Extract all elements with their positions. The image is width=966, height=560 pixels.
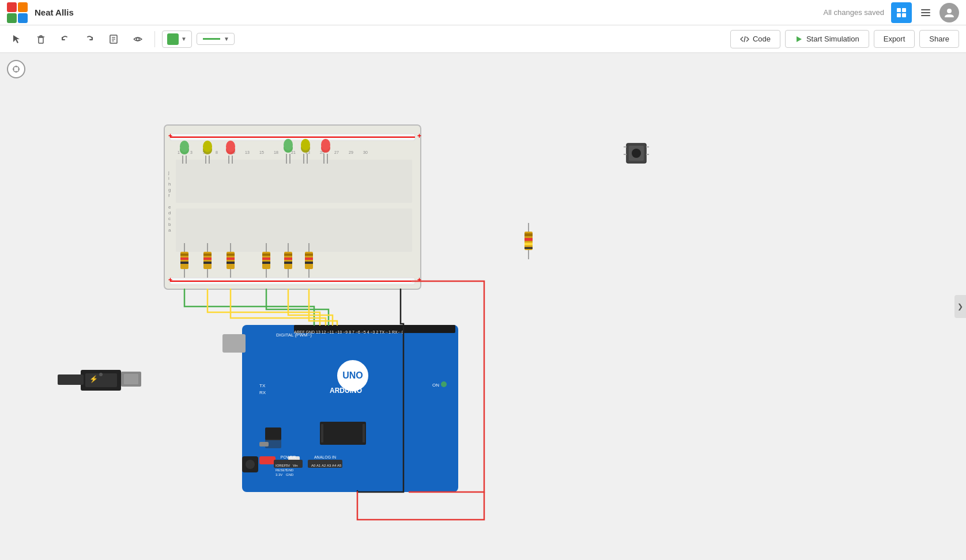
rx-label: RX bbox=[259, 390, 266, 395]
svg-text:1: 1 bbox=[178, 150, 180, 154]
tinkercad-logo[interactable] bbox=[7, 2, 28, 23]
svg-rect-104 bbox=[262, 253, 270, 256]
svg-rect-109 bbox=[284, 252, 292, 269]
share-label: Share bbox=[929, 35, 949, 43]
svg-rect-26 bbox=[170, 134, 415, 141]
svg-rect-25 bbox=[164, 125, 421, 289]
svg-rect-149 bbox=[308, 460, 342, 468]
share-button[interactable]: Share bbox=[919, 30, 959, 48]
svg-rect-118 bbox=[305, 262, 313, 264]
svg-rect-105 bbox=[262, 258, 270, 260]
svg-rect-59 bbox=[176, 209, 412, 252]
led-yellow-2[interactable] bbox=[301, 139, 310, 164]
svg-text:27: 27 bbox=[334, 150, 339, 154]
a1-label: A1 bbox=[316, 464, 321, 467]
grid-icon bbox=[896, 7, 907, 18]
svg-rect-146 bbox=[265, 439, 281, 448]
tactile-button[interactable] bbox=[624, 143, 649, 163]
export-button[interactable]: Export bbox=[874, 30, 915, 48]
svg-point-76 bbox=[301, 143, 310, 153]
code-button[interactable]: Code bbox=[730, 30, 780, 48]
avatar-icon bbox=[944, 7, 955, 18]
ioref-label: IOREF bbox=[276, 464, 286, 467]
svg-rect-135 bbox=[222, 334, 246, 353]
center-view-button[interactable] bbox=[7, 60, 25, 78]
breadboard-component[interactable]: + + + + j i h g f e d c b a 1 3 5 8 10 1… bbox=[164, 125, 421, 289]
arduino-uno[interactable]: DIGITAL (PWM~) UNO ARDUINO TX RX ON bbox=[222, 325, 458, 492]
reset-label: RESET bbox=[276, 468, 287, 472]
logo-i bbox=[18, 2, 28, 12]
led-green-2[interactable] bbox=[284, 139, 293, 164]
digital-pins-header: AREF GND 13 12 ~11 ~10 ~9 8 7 ~6 ~5 4 ~3… bbox=[294, 330, 404, 334]
led-red-1[interactable] bbox=[226, 141, 235, 164]
svg-rect-148 bbox=[274, 460, 303, 468]
svg-rect-120 bbox=[627, 143, 646, 163]
svg-text:g: g bbox=[168, 187, 171, 192]
notes-tool[interactable] bbox=[104, 29, 123, 49]
svg-rect-155 bbox=[121, 372, 141, 387]
view-tool[interactable] bbox=[128, 29, 148, 49]
svg-rect-142 bbox=[320, 422, 366, 445]
svg-text:8: 8 bbox=[216, 150, 218, 154]
logo-t bbox=[7, 2, 17, 12]
svg-rect-3 bbox=[902, 13, 906, 17]
delete-tool[interactable] bbox=[31, 29, 51, 49]
svg-rect-91 bbox=[203, 252, 212, 269]
collapse-icon: ❯ bbox=[957, 302, 963, 311]
svg-text:13: 13 bbox=[245, 150, 250, 154]
svg-point-72 bbox=[284, 143, 293, 153]
svg-rect-106 bbox=[262, 262, 270, 264]
a5-label: A5 bbox=[337, 464, 342, 467]
resistor-6[interactable] bbox=[305, 243, 313, 278]
start-simulation-button[interactable]: Start Simulation bbox=[785, 30, 869, 48]
start-sim-label: Start Simulation bbox=[806, 35, 859, 43]
tx-label: TX bbox=[259, 383, 266, 388]
digital-label: DIGITAL (PWM~) bbox=[276, 332, 312, 338]
svg-text:5: 5 bbox=[203, 150, 205, 154]
svg-rect-87 bbox=[180, 258, 188, 260]
resistor-1[interactable] bbox=[180, 243, 188, 278]
undo-tool[interactable] bbox=[55, 29, 75, 49]
arduino-model: UNO bbox=[342, 370, 363, 380]
svg-text:j: j bbox=[168, 170, 169, 175]
svg-rect-98 bbox=[227, 253, 235, 256]
svg-rect-129 bbox=[524, 233, 533, 236]
play-icon bbox=[795, 35, 803, 43]
select-icon bbox=[12, 34, 22, 44]
list-view-button[interactable] bbox=[915, 2, 936, 23]
svg-text:3: 3 bbox=[190, 150, 193, 154]
usb-connector[interactable]: ⚡ bbox=[58, 370, 141, 391]
canvas-area[interactable]: ❯ + + + + j i h g f e d c b bbox=[0, 53, 966, 560]
select-tool[interactable] bbox=[7, 29, 27, 49]
svg-point-7 bbox=[947, 9, 952, 13]
user-avatar[interactable] bbox=[939, 3, 959, 22]
collapse-panel-button[interactable]: ❯ bbox=[954, 295, 966, 318]
svg-rect-132 bbox=[524, 247, 533, 249]
svg-rect-103 bbox=[262, 252, 270, 269]
resistor-5[interactable] bbox=[284, 243, 292, 278]
svg-rect-4 bbox=[921, 9, 930, 10]
svg-point-81 bbox=[321, 139, 330, 150]
svg-rect-0 bbox=[897, 8, 901, 12]
5v-label: 5V bbox=[286, 464, 290, 467]
svg-text:+: + bbox=[417, 132, 421, 140]
svg-point-69 bbox=[226, 141, 235, 152]
svg-point-137 bbox=[246, 460, 255, 469]
resistor-4[interactable] bbox=[262, 243, 270, 278]
export-label: Export bbox=[884, 35, 905, 43]
svg-text:30: 30 bbox=[363, 150, 368, 154]
redo-tool[interactable] bbox=[80, 29, 99, 49]
svg-rect-136 bbox=[242, 456, 258, 472]
save-status: All changes saved bbox=[824, 8, 885, 17]
color-picker[interactable]: ▼ bbox=[162, 31, 192, 48]
standalone-resistor[interactable] bbox=[524, 223, 533, 259]
resistor-2[interactable] bbox=[203, 243, 212, 278]
led-red-2[interactable] bbox=[321, 139, 330, 164]
svg-rect-150 bbox=[294, 325, 455, 333]
line-style-picker[interactable]: ▼ bbox=[197, 33, 235, 45]
led-yellow-1[interactable] bbox=[203, 141, 212, 164]
gnd-label-1: GND bbox=[286, 468, 294, 472]
grid-view-button[interactable] bbox=[891, 2, 912, 23]
resistor-3[interactable] bbox=[227, 243, 235, 278]
led-green-1[interactable] bbox=[180, 141, 189, 164]
